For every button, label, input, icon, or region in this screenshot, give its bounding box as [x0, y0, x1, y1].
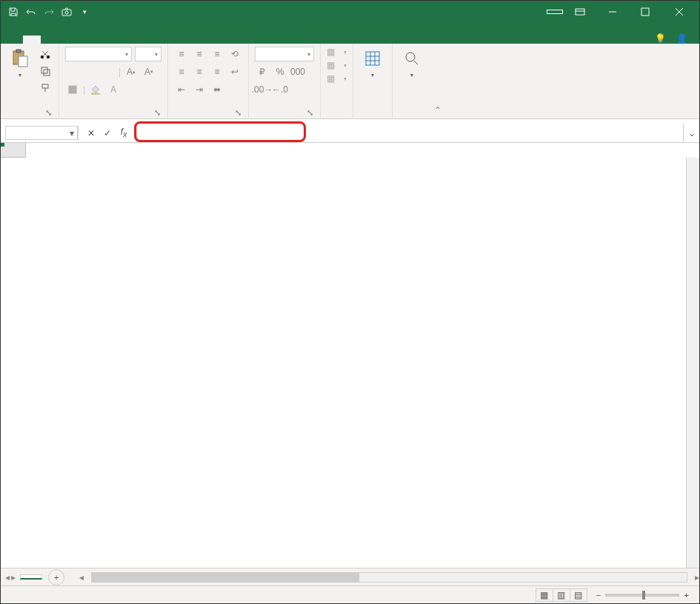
add-sheet-button[interactable]: +	[48, 569, 64, 585]
hscroll-right-icon[interactable]: ▸	[695, 572, 699, 583]
save-icon[interactable]	[7, 5, 20, 19]
name-box[interactable]: ▾	[5, 126, 78, 140]
align-top-icon[interactable]: ≡	[174, 47, 189, 61]
merge-icon[interactable]: ⬌	[210, 82, 224, 97]
group-editing: ▾	[393, 44, 431, 118]
horizontal-scrollbar[interactable]	[91, 572, 687, 583]
border-icon[interactable]	[65, 82, 80, 97]
shrink-font-icon[interactable]: A▾	[141, 64, 156, 79]
decrease-decimal-icon[interactable]: ←.0	[273, 82, 287, 97]
tab-view[interactable]	[130, 36, 147, 44]
tab-file[interactable]	[5, 36, 23, 44]
view-page-layout-icon[interactable]: ▥	[553, 588, 570, 602]
grow-font-icon[interactable]: A▴	[124, 64, 139, 79]
chevron-down-icon[interactable]: ▾	[70, 128, 74, 138]
align-bottom-icon[interactable]: ≡	[210, 47, 224, 61]
wrap-text-icon[interactable]: ↩	[227, 64, 242, 79]
align-middle-icon[interactable]: ≡	[192, 47, 207, 61]
dialog-launcher-icon[interactable]: ⤡	[153, 108, 161, 117]
cut-icon[interactable]	[38, 47, 53, 61]
vertical-scrollbar[interactable]	[686, 158, 699, 568]
group-font: ▾ ▾ | A▴ A▾ | A ⤡	[59, 44, 168, 118]
copy-icon[interactable]	[38, 64, 53, 78]
camera-icon[interactable]	[60, 5, 73, 19]
group-label-font: ⤡	[65, 115, 161, 118]
cells-area[interactable]	[26, 158, 686, 568]
signin-button[interactable]	[547, 10, 563, 14]
comma-icon[interactable]: 000	[290, 64, 305, 79]
tab-review[interactable]	[112, 36, 130, 44]
collapse-ribbon-icon[interactable]: ⌃	[431, 44, 444, 118]
expand-formula-bar-icon[interactable]: ⌄	[683, 124, 699, 142]
bold-button[interactable]	[65, 64, 80, 79]
fill-color-icon[interactable]	[88, 82, 103, 97]
tab-help[interactable]	[147, 36, 165, 44]
conditional-formatting-button[interactable]: ▦▾	[327, 47, 347, 57]
tab-home[interactable]	[23, 36, 41, 44]
paste-button[interactable]: ▾	[7, 47, 33, 80]
ribbon-options-icon[interactable]	[564, 1, 596, 23]
undo-icon[interactable]	[24, 5, 38, 19]
svg-rect-14	[366, 52, 379, 65]
indent-decrease-icon[interactable]: ⇤	[174, 82, 189, 97]
qat-dropdown-icon[interactable]: ▾	[78, 5, 91, 19]
svg-rect-11	[42, 84, 48, 88]
orientation-icon[interactable]: ⟲	[227, 47, 242, 61]
sheet-nav-prev-icon[interactable]: ◂	[5, 572, 10, 583]
indent-increase-icon[interactable]: ⇥	[192, 82, 207, 97]
close-button[interactable]	[662, 1, 696, 23]
percent-icon[interactable]: %	[273, 64, 287, 79]
cell-styles-button[interactable]: ▦▾	[327, 73, 347, 84]
svg-rect-12	[69, 86, 76, 93]
insert-function-icon[interactable]: fx	[117, 127, 130, 138]
spreadsheet-grid[interactable]	[1, 143, 699, 568]
align-right-icon[interactable]: ≡	[210, 64, 224, 79]
minimize-button[interactable]	[597, 1, 628, 23]
align-center-icon[interactable]: ≡	[192, 64, 207, 79]
cells-button[interactable]: ▾	[359, 47, 386, 80]
dialog-launcher-icon[interactable]: ⤡	[44, 108, 53, 117]
tab-formulas[interactable]	[76, 36, 94, 44]
underline-button[interactable]	[101, 64, 116, 79]
font-size-combo[interactable]: ▾	[135, 47, 161, 61]
zoom-out-icon[interactable]: −	[596, 591, 601, 600]
formula-input[interactable]	[137, 128, 683, 138]
format-painter-icon[interactable]	[38, 81, 53, 95]
font-family-combo[interactable]: ▾	[65, 47, 132, 61]
zoom-slider[interactable]	[605, 594, 679, 597]
sheet-tab[interactable]	[20, 574, 42, 580]
sheet-nav-next-icon[interactable]: ▸	[11, 572, 16, 583]
redo-icon[interactable]	[42, 5, 56, 19]
enter-formula-icon[interactable]: ✓	[101, 128, 114, 138]
tell-me-button[interactable]: 💡	[655, 33, 669, 44]
currency-icon[interactable]: ₽	[255, 64, 270, 79]
font-color-icon[interactable]: A	[106, 82, 121, 97]
increase-decimal-icon[interactable]: .00→	[255, 82, 270, 97]
formula-bar: ▾ ✕ ✓ fx ⌄	[1, 124, 699, 143]
format-as-table-button[interactable]: ▦▾	[327, 60, 347, 70]
share-button[interactable]: 👤	[676, 33, 690, 44]
view-normal-icon[interactable]: ▦	[536, 588, 553, 602]
svg-point-8	[47, 56, 50, 58]
maximize-button[interactable]	[630, 1, 661, 23]
select-all-corner[interactable]	[1, 143, 26, 158]
tab-page-layout[interactable]	[59, 36, 76, 44]
editing-button[interactable]: ▾	[399, 47, 425, 80]
hscroll-left-icon[interactable]: ◂	[79, 572, 84, 583]
italic-button[interactable]	[83, 64, 98, 79]
align-left-icon[interactable]: ≡	[174, 64, 189, 79]
group-alignment: ≡ ≡ ≡ ⟲ ≡ ≡ ≡ ↩ ⇤ ⇥ ⬌ ⤡	[168, 44, 249, 118]
svg-rect-9	[41, 67, 47, 73]
svg-point-7	[41, 56, 44, 58]
dialog-launcher-icon[interactable]: ⤡	[305, 108, 314, 117]
paste-icon	[10, 48, 30, 69]
tab-insert[interactable]	[41, 36, 59, 44]
tab-data[interactable]	[94, 36, 112, 44]
svg-rect-3	[641, 8, 649, 16]
cancel-formula-icon[interactable]: ✕	[84, 128, 98, 138]
dialog-launcher-icon[interactable]: ⤡	[233, 108, 242, 117]
zoom-in-icon[interactable]: +	[684, 591, 689, 600]
number-format-combo[interactable]: ▾	[255, 47, 314, 61]
ribbon-tabs: 💡 👤	[1, 23, 699, 44]
view-page-break-icon[interactable]: ▤	[570, 588, 587, 602]
